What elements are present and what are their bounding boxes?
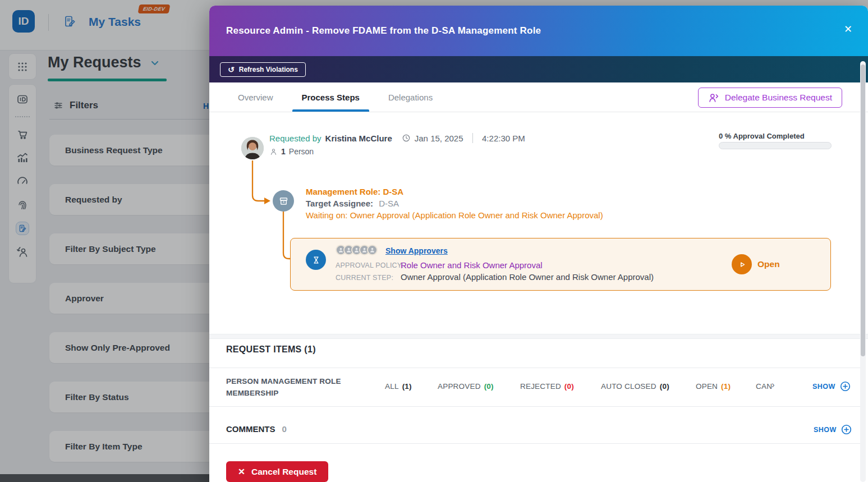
delegate-person-icon	[708, 92, 720, 104]
date-time-divider	[472, 133, 474, 143]
request-item-type: PERSON MANAGEMENT ROLE MEMBERSHIP	[226, 375, 372, 399]
modal-scrollbar-thumb[interactable]	[861, 65, 865, 356]
filters-scroll-chevron-icon[interactable]: ›	[771, 379, 775, 391]
approver-avatar-icon	[367, 245, 378, 255]
divider	[209, 406, 860, 407]
section-separator	[209, 334, 868, 339]
requested-by-row: Requested by Kristina McClure Jan 15, 20…	[269, 133, 525, 143]
hourglass-icon	[306, 250, 326, 270]
requester-name: Kristina McClure	[325, 134, 392, 143]
filter-open[interactable]: OPEN(1)	[696, 382, 731, 391]
approval-progress-bar	[719, 142, 832, 149]
close-icon[interactable]: ✕	[844, 24, 852, 34]
management-role-step-icon	[273, 190, 294, 212]
modal-header: Resource Admin - Remove FDAME from the D…	[209, 6, 868, 56]
approval-policy-label: APPROVAL POLICY:	[336, 261, 403, 269]
current-step-value: Owner Approval (Application Role Owner a…	[401, 272, 654, 282]
comments-count: 0	[282, 424, 287, 434]
person-icon	[269, 148, 278, 156]
requester-avatar	[241, 137, 264, 159]
refresh-icon: ↺	[228, 66, 235, 74]
cancel-request-button[interactable]: ✕ Cancel Request	[226, 461, 328, 482]
business-request-modal: Resource Admin - Remove FDAME from the D…	[209, 6, 868, 482]
open-step-label[interactable]: Open	[757, 259, 780, 269]
cancel-x-icon: ✕	[238, 467, 245, 477]
plus-circle-icon	[841, 424, 852, 435]
filter-auto-closed[interactable]: AUTO CLOSED(0)	[601, 382, 669, 391]
delegate-business-request-button[interactable]: Delegate Business Request	[698, 88, 842, 108]
request-items-show-button[interactable]: SHOW	[812, 381, 851, 392]
approval-progress-label: 0 % Approval Completed	[719, 132, 805, 140]
modal-tabs: Overview Process Steps Delegations Deleg…	[209, 82, 868, 112]
tab-overview[interactable]: Overview	[237, 82, 274, 112]
divider	[209, 368, 860, 368]
management-role-step-details: Management Role: D-SA Target Assignee: D…	[306, 186, 603, 221]
person-count: 1	[281, 147, 286, 156]
person-count-label: Person	[289, 147, 314, 156]
target-assignee-value: D-SA	[379, 199, 399, 208]
current-step-label: CURRENT STEP:	[336, 274, 393, 282]
filter-approved[interactable]: APPROVED(0)	[438, 382, 494, 391]
approval-policy-value[interactable]: Role Owner and Risk Owner Approval	[401, 260, 543, 270]
comments-show-button[interactable]: SHOW	[814, 424, 852, 435]
step-title: Management Role: D-SA	[306, 186, 603, 198]
person-count-row: 1 Person	[269, 147, 314, 156]
request-date: Jan 15, 2025	[415, 134, 463, 143]
open-step-button[interactable]	[732, 254, 752, 274]
process-flow-section: Requested by Kristina McClure Jan 15, 20…	[209, 112, 868, 334]
modal-title: Resource Admin - Remove FDAME from the D…	[226, 25, 541, 36]
clock-icon	[402, 134, 411, 143]
filter-cancelled-truncated[interactable]: CAN	[756, 382, 772, 391]
filter-all[interactable]: ALL(1)	[385, 382, 412, 391]
plus-circle-icon	[840, 381, 851, 392]
request-time: 4:22:30 PM	[482, 134, 525, 143]
request-items-title: REQUEST ITEMS (1)	[226, 345, 316, 355]
comments-title: COMMENTS 0	[226, 424, 287, 434]
refresh-violations-button[interactable]: ↺ Refresh Violations	[220, 62, 306, 77]
tab-delegations[interactable]: Delegations	[387, 82, 434, 112]
tab-process-steps[interactable]: Process Steps	[301, 82, 361, 112]
waiting-on-text: Waiting on: Owner Approval (Application …	[306, 209, 603, 221]
approver-avatars-group	[336, 245, 378, 255]
target-assignee-label: Target Assignee:	[306, 199, 373, 208]
violations-bar: ↺ Refresh Violations	[209, 56, 868, 82]
approval-step-card: Show Approvers APPROVAL POLICY: Role Own…	[290, 238, 831, 291]
requested-by-label: Requested by	[269, 134, 322, 143]
divider	[209, 443, 860, 444]
filter-rejected[interactable]: REJECTED(0)	[520, 382, 574, 391]
show-approvers-link[interactable]: Show Approvers	[385, 246, 448, 255]
